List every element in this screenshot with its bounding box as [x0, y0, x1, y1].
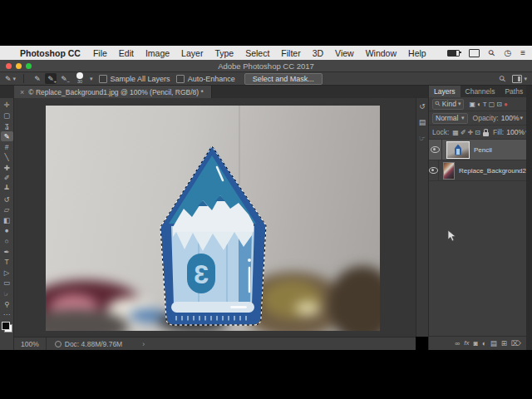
hand-tool[interactable]: ☞ [1, 288, 13, 299]
auto-enhance-checkbox[interactable] [176, 75, 185, 83]
blend-mode-select[interactable]: Normal ▾ [432, 113, 468, 124]
dodge-tool[interactable]: ○ [1, 236, 13, 247]
crop-tool[interactable]: # [1, 141, 13, 152]
filter-pixel-icon[interactable]: ▣ [469, 101, 475, 108]
chevron-down-icon: ▾ [524, 76, 527, 82]
new-selection-icon[interactable]: ✎ [32, 73, 43, 84]
blur-tool[interactable]: ● [1, 225, 13, 236]
quick-selection-tool[interactable]: ✎ [1, 131, 13, 142]
minimize-window-button[interactable] [16, 63, 22, 69]
layer-thumbnail[interactable] [443, 162, 455, 180]
select-and-mask-button[interactable]: Select and Mask... [244, 73, 323, 85]
layer-effects-icon[interactable]: fx [464, 340, 469, 347]
notification-center-icon[interactable]: ≡ [520, 49, 525, 57]
menu-help[interactable]: Help [402, 48, 432, 58]
properties-panel-icon[interactable]: ▤ [419, 119, 426, 126]
opacity-control[interactable]: 100% ▾ [501, 114, 523, 122]
display-icon[interactable] [469, 49, 480, 57]
layer-row-replace_background2[interactable]: Replace_Background2 [429, 160, 526, 181]
filter-smart-object-icon[interactable]: ⊡ [496, 101, 502, 108]
adjustment-layer-icon[interactable]: ◐ [482, 340, 486, 347]
menu-window[interactable]: Window [360, 48, 402, 58]
new-layer-icon[interactable]: ⊞ [501, 340, 507, 347]
menu-app-name[interactable]: Photoshop CC [13, 48, 87, 58]
history-panel-icon[interactable]: ↺ [419, 103, 426, 111]
doc-size-indicator: Doc: 4.88M/9.76M [47, 340, 131, 348]
brush-tool[interactable]: ✐ [1, 173, 13, 184]
history-brush-tool[interactable]: ↺ [1, 194, 13, 204]
path-selection-tool[interactable]: ▷ [1, 268, 13, 278]
sample-all-layers-checkbox[interactable] [99, 75, 107, 83]
spot-healing-brush-tool[interactable]: ✚ [1, 163, 13, 174]
layer-mask-icon[interactable]: ◙ [474, 340, 478, 347]
tab-layers[interactable]: Layers [429, 86, 461, 97]
sample-all-layers-option[interactable]: Sample All Layers [99, 75, 170, 83]
zoom-tool[interactable]: ⚲ [1, 298, 13, 309]
lock-position-icon[interactable]: ✛ [468, 129, 474, 136]
zoom-level-field[interactable]: 100% [14, 337, 47, 350]
status-options-chevron[interactable]: › [142, 340, 145, 348]
eyedropper-tool[interactable]: ╲ [1, 152, 13, 163]
layer-row-pencil[interactable]: Pencil [429, 140, 526, 160]
delete-layer-icon[interactable]: ⌦ [511, 340, 521, 347]
menu-image[interactable]: Image [140, 48, 175, 58]
color-swatches[interactable] [2, 322, 12, 332]
pencil-number: 3 [194, 259, 209, 289]
clone-stamp-tool[interactable]: ┻ [1, 184, 13, 195]
menu-layer[interactable]: Layer [175, 48, 209, 58]
tab-paths[interactable]: Paths [500, 86, 528, 97]
filter-kind-select[interactable]: ⚲ Kind ▾ [432, 99, 464, 110]
filter-adjustment-icon[interactable]: ◐ [477, 101, 481, 108]
menu-select[interactable]: Select [239, 48, 275, 58]
menu-filter[interactable]: Filter [275, 48, 306, 58]
document-image[interactable]: 3 [46, 106, 380, 331]
eraser-tool[interactable]: ▱ [1, 204, 13, 215]
move-tool[interactable]: ✛ [1, 100, 13, 111]
layer-thumbnail[interactable] [446, 141, 470, 159]
auto-enhance-option[interactable]: Auto-Enhance [176, 75, 235, 83]
pen-tool[interactable]: ✒ [1, 246, 13, 257]
lasso-tool[interactable]: ʓ [1, 121, 13, 131]
clock-icon[interactable]: ◷ [504, 49, 511, 57]
visibility-toggle[interactable] [429, 140, 442, 160]
type-tool[interactable]: T [1, 257, 13, 268]
lock-all-icon[interactable] [483, 132, 489, 136]
subtract-from-selection-icon[interactable]: ✎− [58, 73, 70, 84]
lock-artboard-icon[interactable]: ⊡ [475, 129, 480, 136]
battery-icon[interactable] [447, 50, 460, 57]
fill-control[interactable]: 100% ▾ [506, 128, 528, 136]
add-to-selection-icon[interactable]: ✎+ [45, 73, 57, 84]
menu-3d[interactable]: 3D [307, 48, 329, 58]
foreground-color-swatch[interactable] [2, 322, 10, 330]
menu-file[interactable]: File [87, 48, 113, 58]
gradient-tool[interactable]: ◧ [1, 215, 13, 226]
shape-tool[interactable]: ▭ [1, 278, 13, 288]
close-window-button[interactable] [6, 63, 12, 69]
fill-label: Fill: [493, 128, 504, 136]
layer-group-icon[interactable]: ▤ [490, 340, 497, 347]
document-canvas[interactable]: 3 [14, 98, 416, 337]
menu-edit[interactable]: Edit [113, 48, 140, 58]
toolbar-ellipsis[interactable]: ⋯ [1, 309, 13, 320]
search-icon[interactable]: ⚲ [498, 73, 508, 83]
tool-preset-picker[interactable]: ✎ ▾ [5, 75, 16, 83]
tab-channels[interactable]: Channels [461, 86, 500, 97]
filter-shape-icon[interactable]: ▢ [489, 101, 495, 108]
link-layers-icon[interactable]: ∞ [455, 340, 460, 347]
zoom-window-button[interactable] [26, 63, 32, 69]
lock-transparent-pixels-icon[interactable]: ▦ [452, 129, 459, 136]
close-tab-icon[interactable]: × [20, 88, 24, 96]
search-icon: ⚲ [434, 100, 442, 108]
filter-toggle-icon[interactable]: ● [504, 101, 508, 108]
menu-type[interactable]: Type [209, 48, 239, 58]
filter-type-icon[interactable]: T [483, 101, 487, 108]
menu-view[interactable]: View [329, 48, 360, 58]
spotlight-icon[interactable]: ⚲ [487, 47, 497, 57]
workspace-switcher[interactable]: ▾ [512, 75, 527, 83]
learn-panel-icon[interactable]: ☞ [419, 135, 426, 142]
visibility-toggle[interactable] [429, 160, 439, 180]
brush-size-picker[interactable]: 30 [76, 72, 83, 85]
lock-image-pixels-icon[interactable]: ✐ [461, 129, 466, 136]
marquee-tool[interactable]: ▢ [1, 111, 13, 121]
document-tab[interactable]: × © Replace_Background1.jpg @ 100% (Penc… [14, 86, 212, 98]
